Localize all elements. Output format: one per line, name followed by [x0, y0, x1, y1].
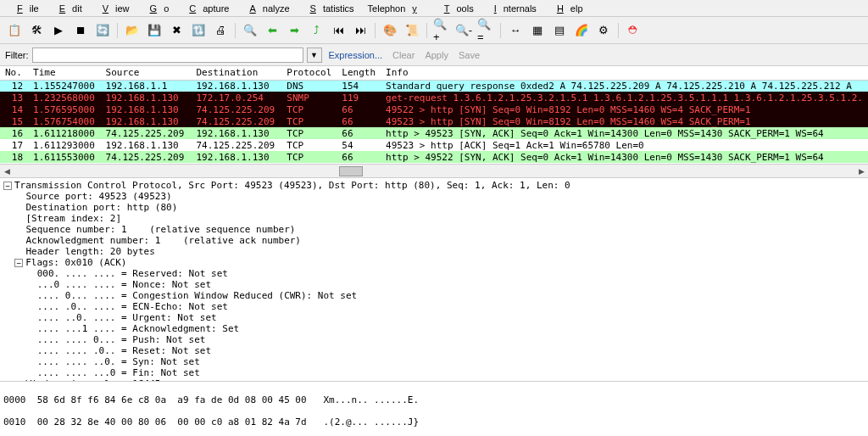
menu-help[interactable]: Help — [543, 2, 590, 14]
scroll-left-icon[interactable]: ◀ — [0, 165, 14, 178]
filter-apply-button[interactable]: Apply — [421, 50, 452, 60]
help-icon[interactable]: ⛑ — [624, 21, 643, 40]
packet-cell-info: Standard query response 0xded2 A 74.125.… — [381, 80, 868, 92]
filter-clear-button[interactable]: Clear — [389, 50, 418, 60]
col-info[interactable]: Info — [381, 66, 868, 80]
detail-line[interactable]: Sequence number: 1 (relative sequence nu… — [3, 224, 865, 235]
zoom-reset-icon[interactable]: 🔍= — [476, 21, 495, 40]
packet-cell-len: 119 — [337, 92, 381, 103]
detail-line[interactable]: .... .... ..0. = Syn: Not set — [3, 356, 865, 367]
packet-cell-info: 49523 > http [ACK] Seq=1 Ack=1 Win=65780… — [381, 139, 868, 151]
packet-cell-proto: SNMP — [281, 92, 337, 103]
detail-line[interactable]: .... .... 0... = Push: Not set — [3, 334, 865, 345]
colorize-icon[interactable]: 🎨 — [381, 21, 399, 40]
packet-row[interactable]: 141.576595000192.168.1.13074.125.225.209… — [0, 103, 868, 115]
toolbar-separator — [618, 23, 619, 38]
go-back-icon[interactable]: ⬅ — [263, 21, 281, 40]
packet-cell-time: 1.611293000 — [28, 139, 101, 151]
prefs-icon[interactable]: ⚙ — [594, 21, 613, 40]
scroll-right-icon[interactable]: ▶ — [854, 165, 868, 178]
packet-list-pane[interactable]: No. Time Source Destination Protocol Len… — [0, 66, 868, 165]
col-no[interactable]: No. — [0, 66, 28, 80]
go-last-icon[interactable]: ⏭ — [351, 21, 370, 40]
menu-analyze[interactable]: Analyze — [236, 2, 296, 14]
zoom-out-icon[interactable]: 🔍- — [454, 21, 473, 40]
menu-internals[interactable]: Internals — [481, 2, 543, 14]
packet-row[interactable]: 121.155247000192.168.1.1192.168.1.130DNS… — [0, 80, 868, 92]
filter-input[interactable] — [32, 48, 303, 63]
go-to-packet-icon[interactable]: ⤴ — [307, 21, 326, 40]
go-forward-icon[interactable]: ➡ — [285, 21, 303, 40]
print-icon[interactable]: 🖨 — [211, 21, 230, 40]
col-time[interactable]: Time — [28, 66, 101, 80]
auto-scroll-icon[interactable]: 📜 — [403, 21, 421, 40]
detail-line[interactable]: [Stream index: 2] — [3, 213, 865, 224]
menu-file[interactable]: File — [3, 2, 46, 14]
detail-line[interactable]: .... .0.. .... = ECN-Echo: Not set — [3, 301, 865, 312]
menu-tools[interactable]: Tools — [431, 2, 481, 14]
packet-row[interactable]: 151.576754000192.168.1.13074.125.225.209… — [0, 115, 868, 127]
menu-telephony[interactable]: Telephony — [361, 2, 431, 14]
col-destination[interactable]: Destination — [191, 66, 281, 80]
detail-line[interactable]: Flags: 0x010 (ACK) — [25, 257, 126, 268]
restart-capture-icon[interactable]: 🔄 — [93, 21, 112, 40]
coloring-rules-icon[interactable]: 🌈 — [572, 21, 591, 40]
detail-line[interactable]: Transmission Control Protocol, Src Port:… — [14, 180, 570, 191]
menu-view[interactable]: View — [89, 2, 136, 14]
packet-bytes-pane[interactable]: 0000 58 6d 8f f6 84 6e c8 0a a9 fa de 0d… — [0, 382, 868, 436]
packet-cell-proto: TCP — [281, 151, 337, 163]
packet-cell-len: 66 — [337, 151, 381, 163]
detail-line[interactable]: .... 0... .... = Congestion Window Reduc… — [3, 290, 865, 301]
detail-line[interactable]: ...0 .... .... = Nonce: Not set — [3, 279, 865, 290]
open-file-icon[interactable]: 📂 — [123, 21, 142, 40]
filter-save-button[interactable]: Save — [455, 50, 483, 60]
reload-icon[interactable]: 🔃 — [189, 21, 208, 40]
packet-cell-no: 13 — [0, 92, 28, 103]
packet-row[interactable]: 131.232568000192.168.1.130172.17.0.254SN… — [0, 92, 868, 103]
save-file-icon[interactable]: 💾 — [145, 21, 164, 40]
filter-expression-button[interactable]: Expression... — [326, 50, 387, 60]
packet-row[interactable]: 171.611293000192.168.1.13074.125.225.209… — [0, 139, 868, 151]
hex-row[interactable]: 0010 00 28 32 8e 40 00 80 06 00 00 c0 a8… — [3, 416, 865, 428]
col-length[interactable]: Length — [337, 66, 381, 80]
packet-row[interactable]: 161.61121800074.125.225.209192.168.1.130… — [0, 127, 868, 139]
zoom-in-icon[interactable]: 🔍+ — [432, 21, 451, 40]
capture-filters-icon[interactable]: ▦ — [528, 21, 547, 40]
packet-row[interactable]: 181.61155300074.125.225.209192.168.1.130… — [0, 151, 868, 163]
scroll-thumb[interactable] — [339, 166, 363, 176]
options-icon[interactable]: 🛠 — [27, 21, 46, 40]
toolbar-separator — [235, 23, 236, 38]
detail-line[interactable]: .... .... .0.. = Reset: Not set — [3, 345, 865, 356]
go-first-icon[interactable]: ⏮ — [329, 21, 348, 40]
display-filters-icon[interactable]: ▤ — [550, 21, 569, 40]
col-protocol[interactable]: Protocol — [281, 66, 337, 80]
packet-details-pane[interactable]: −Transmission Control Protocol, Src Port… — [0, 178, 868, 382]
find-icon[interactable]: 🔍 — [241, 21, 259, 40]
menu-capture[interactable]: Capture — [175, 2, 236, 14]
detail-line[interactable]: .... .... ...0 = Fin: Not set — [3, 367, 865, 378]
interfaces-icon[interactable]: 📋 — [5, 21, 24, 40]
detail-line[interactable]: Destination port: http (80) — [3, 202, 865, 213]
detail-line[interactable]: Source port: 49523 (49523) — [3, 191, 865, 202]
packet-cell-no: 16 — [0, 127, 28, 139]
detail-line[interactable]: 000. .... .... = Reserved: Not set — [3, 268, 865, 279]
detail-line[interactable]: Header length: 20 bytes — [3, 246, 865, 257]
start-capture-icon[interactable]: ▶ — [49, 21, 68, 40]
menu-statistics[interactable]: Statistics — [297, 2, 361, 14]
close-file-icon[interactable]: ✖ — [167, 21, 186, 40]
menu-go[interactable]: Go — [136, 2, 176, 14]
detail-line[interactable]: .... ..0. .... = Urgent: Not set — [3, 312, 865, 323]
hex-row[interactable]: 0000 58 6d 8f f6 84 6e c8 0a a9 fa de 0d… — [3, 394, 865, 405]
stop-capture-icon[interactable]: ⏹ — [71, 21, 90, 40]
filter-dropdown-icon[interactable]: ▼ — [307, 48, 322, 63]
col-source[interactable]: Source — [101, 66, 192, 80]
detail-line[interactable]: Acknowledgment number: 1 (relative ack n… — [3, 235, 865, 246]
packet-list-hscrollbar[interactable]: ◀ ▶ — [0, 165, 868, 178]
menu-edit[interactable]: Edit — [46, 2, 89, 14]
tree-collapse-icon[interactable]: − — [3, 182, 12, 190]
packet-list-header[interactable]: No. Time Source Destination Protocol Len… — [0, 66, 868, 80]
tree-collapse-icon[interactable]: − — [14, 259, 23, 267]
detail-line[interactable]: .... ...1 .... = Acknowledgment: Set — [3, 323, 865, 334]
resize-cols-icon[interactable]: ↔ — [506, 21, 525, 40]
packet-cell-len: 54 — [337, 139, 381, 151]
